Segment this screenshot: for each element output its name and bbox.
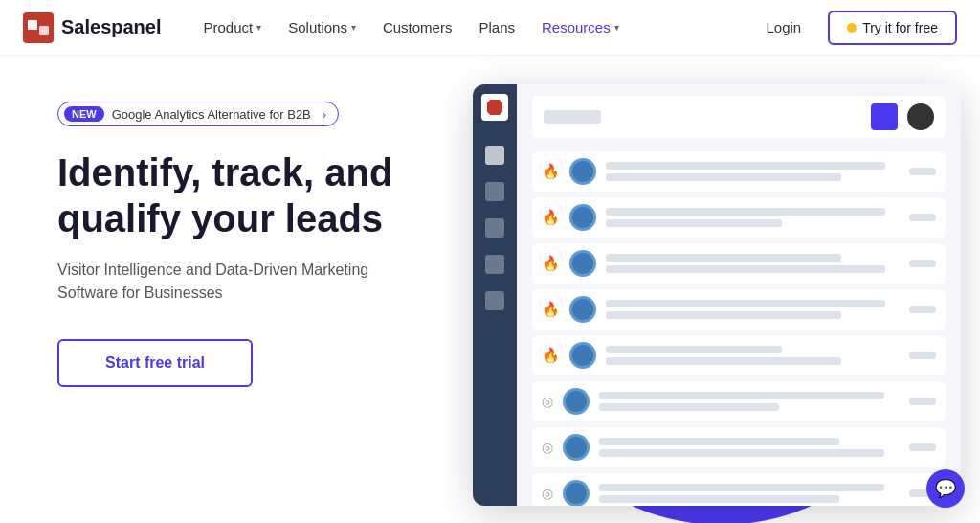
lead-score-bar xyxy=(909,398,936,405)
nav-label-product: Product xyxy=(204,19,254,35)
lead-row: 🔥 xyxy=(532,243,946,284)
avatar xyxy=(569,204,596,231)
hero-subtitle: Visitor Intelligence and Data-Driven Mar… xyxy=(57,259,421,305)
avatar xyxy=(569,158,596,185)
lead-score-bar xyxy=(909,260,936,267)
avatar xyxy=(569,296,596,323)
hero-content: NEW Google Analytics Alternative for B2B… xyxy=(0,56,498,387)
svg-rect-2 xyxy=(39,26,49,35)
flame-hot-icon: 🔥 xyxy=(542,163,560,180)
lead-bar-detail xyxy=(599,449,884,457)
lead-row: ◎ xyxy=(532,427,946,467)
nav-item-customers[interactable]: Customers xyxy=(371,13,464,41)
header-square-icon xyxy=(871,103,898,130)
header-placeholder-bar xyxy=(544,110,601,124)
lead-bar-detail xyxy=(606,173,841,181)
hero-title-line1: Identify, track, and xyxy=(57,151,392,193)
lead-row: 🔥 xyxy=(532,197,946,238)
chat-button[interactable]: 💬 xyxy=(926,469,965,508)
badge[interactable]: NEW Google Analytics Alternative for B2B… xyxy=(57,102,339,126)
flame-warm-icon: 🔥 xyxy=(542,255,560,272)
lead-bar-name xyxy=(599,484,884,491)
flame-cold-icon: ◎ xyxy=(542,486,553,501)
arrow-icon: › xyxy=(323,107,326,122)
app-mockup: 🔥 🔥 xyxy=(473,84,961,506)
lead-bar-detail xyxy=(599,495,839,503)
lead-info-bars xyxy=(606,346,900,365)
lead-bar-name xyxy=(606,346,782,353)
login-button[interactable]: Login xyxy=(754,13,813,41)
nav-item-plans[interactable]: Plans xyxy=(467,13,526,41)
svg-rect-0 xyxy=(23,12,54,43)
header-circle-icon xyxy=(907,103,934,130)
lead-row: ◎ xyxy=(532,381,946,421)
avatar xyxy=(563,434,590,461)
nav-links: Product ▾ Solutions ▾ Customers Plans Re… xyxy=(192,13,755,41)
lead-bar-name xyxy=(599,438,839,445)
lead-score-bar xyxy=(909,168,936,175)
lead-bar-detail xyxy=(606,311,841,319)
lead-score-bar xyxy=(909,214,936,221)
hero-section: NEW Google Analytics Alternative for B2B… xyxy=(0,56,980,523)
brand-name: Salespanel xyxy=(61,16,162,38)
logo-icon xyxy=(23,12,54,43)
start-free-button[interactable]: Start free trial xyxy=(57,339,253,387)
dot-icon xyxy=(847,23,857,33)
flame-hot-icon: 🔥 xyxy=(542,301,560,318)
navbar: Salespanel Product ▾ Solutions ▾ Custome… xyxy=(0,0,980,56)
lead-info-bars xyxy=(606,208,900,227)
lead-info-bars xyxy=(606,300,900,319)
lead-bar-detail xyxy=(606,265,885,273)
avatar xyxy=(563,480,590,506)
chevron-down-icon: ▾ xyxy=(351,22,356,33)
lead-bar-detail xyxy=(606,357,841,365)
mockup-header-bar xyxy=(532,96,946,138)
flame-cold-icon: ◎ xyxy=(542,440,553,455)
lead-bar-detail xyxy=(606,219,782,227)
svg-rect-1 xyxy=(28,20,37,30)
lead-bar-detail xyxy=(599,403,779,411)
hero-title: Identify, track, and qualify your leads xyxy=(57,149,459,241)
chevron-down-icon: ▾ xyxy=(614,22,619,33)
nav-item-product[interactable]: Product ▾ xyxy=(192,13,274,41)
lead-bar-name xyxy=(606,208,885,216)
nav-label-solutions: Solutions xyxy=(288,19,347,35)
avatar xyxy=(563,388,590,415)
lead-bar-name xyxy=(606,254,841,262)
hero-title-line2: qualify your leads xyxy=(57,197,383,239)
lead-score-bar xyxy=(909,443,936,451)
nav-label-customers: Customers xyxy=(383,19,453,35)
lead-info-bars xyxy=(599,392,900,411)
lead-row: 🔥 xyxy=(532,289,946,330)
hero-illustration: 🔥 🔥 xyxy=(444,56,980,523)
lead-bar-name xyxy=(599,392,884,399)
nav-item-resources[interactable]: Resources ▾ xyxy=(530,13,631,41)
lead-bar-name xyxy=(606,162,885,170)
flame-cold-icon: ◎ xyxy=(542,394,553,409)
lead-info-bars xyxy=(599,484,900,503)
lead-score-bar xyxy=(909,352,936,359)
chevron-down-icon: ▾ xyxy=(256,22,261,33)
nav-item-solutions[interactable]: Solutions ▾ xyxy=(277,13,368,41)
lead-info-bars xyxy=(599,438,900,457)
nav-label-plans: Plans xyxy=(479,19,515,35)
try-free-button[interactable]: Try it for free xyxy=(828,11,957,45)
lead-row: ◎ xyxy=(532,473,946,506)
lead-info-bars xyxy=(606,254,900,273)
logo[interactable]: Salespanel xyxy=(23,12,162,43)
badge-new-label: NEW xyxy=(64,106,104,122)
avatar xyxy=(569,342,596,369)
avatar xyxy=(569,250,596,277)
lead-info-bars xyxy=(606,162,900,181)
nav-label-resources: Resources xyxy=(542,19,611,35)
try-free-label: Try it for free xyxy=(862,20,938,35)
lead-row: 🔥 xyxy=(532,335,946,375)
flame-hot-icon: 🔥 xyxy=(542,209,560,226)
lead-score-bar xyxy=(909,306,936,313)
badge-text: Google Analytics Alternative for B2B xyxy=(112,107,311,122)
nav-right: Login Try it for free xyxy=(754,11,957,45)
lead-row: 🔥 xyxy=(532,151,946,192)
chat-icon: 💬 xyxy=(935,478,956,499)
flame-warm-icon: 🔥 xyxy=(542,347,560,364)
lead-bar-name xyxy=(606,300,885,307)
